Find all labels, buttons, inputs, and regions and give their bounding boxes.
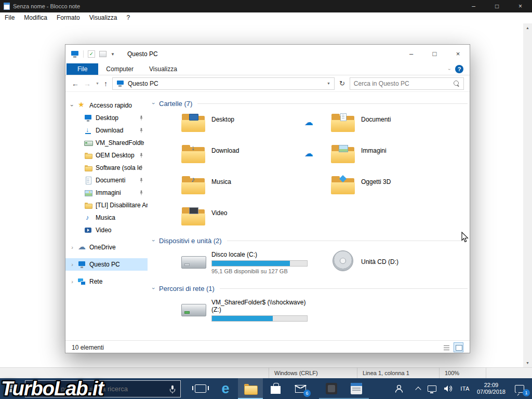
section-header-percorsi-rete[interactable]: › Percorsi di rete (1) [151,282,468,295]
help-icon[interactable]: ? [455,65,463,73]
nav-item-onedrive[interactable]: › OneDrive [65,241,148,254]
nav-item-questo-pc[interactable]: › Questo PC [65,258,148,271]
chevron-down-icon[interactable]: › [69,103,75,108]
notepad-minimize-button[interactable]: – [462,0,485,12]
network-drive-icon [84,139,92,147]
taskbar-edge-button[interactable]: e [213,378,238,399]
folder-tile-documenti[interactable]: Documenti [327,110,470,141]
tab-file[interactable]: File [66,63,98,75]
nav-item-tli[interactable]: [TLI] Disabilitare An [65,199,148,211]
chevron-down-icon: › [151,238,157,243]
address-dropdown-chevron-icon[interactable]: ▼ [327,82,330,85]
tray-volume-button[interactable] [440,378,457,399]
file-explorer-icon [244,384,257,394]
nav-item-download[interactable]: Download [65,124,148,137]
ribbon-tab-strip: File Computer Visualizza › ? [65,63,470,75]
network-drive-z-tile[interactable]: VM_SharedFolder$ (\\shockwave) (Z:) [177,295,327,327]
nav-item-video[interactable]: Video [65,224,148,236]
menu-modifica[interactable]: Modifica [19,12,52,23]
pin-icon [139,153,144,158]
taskbar-app-button-2[interactable] [344,378,369,399]
tab-computer[interactable]: Computer [98,63,141,75]
quick-access-star-icon [78,102,86,109]
section-header-cartelle[interactable]: › Cartelle (7) [151,97,468,110]
menu-file[interactable]: File [0,12,19,23]
tab-visualizza[interactable]: Visualizza [141,63,185,75]
details-view-button[interactable] [441,342,451,352]
folder-tile-download[interactable]: Download ☁ [177,141,327,172]
customize-toolbar-chevron-icon[interactable]: ▼ [111,52,115,57]
tray-network-button[interactable] [424,378,440,399]
history-chevron-icon[interactable]: ▼ [96,82,99,85]
chevron-right-icon[interactable]: › [70,244,75,250]
chevron-right-icon[interactable]: › [70,261,75,268]
nav-item-software[interactable]: Software (sola le [65,162,148,174]
properties-check-icon[interactable]: ✓ [88,50,95,58]
drive-c-tile[interactable]: Disco locale (C:) 95,1 GB disponibili su… [177,247,327,282]
large-icons-view-button[interactable] [454,342,463,352]
tray-language-indicator[interactable]: ITA [457,378,473,399]
taskbar-app-button-1[interactable] [319,378,344,399]
section-rule [220,288,468,289]
explorer-maximize-button[interactable]: □ [423,45,446,63]
folder-tile-musica[interactable]: Musica [177,172,327,203]
forward-button[interactable]: → [84,79,91,88]
folder-tile-oggetti-3d[interactable]: Oggetti 3D [327,172,470,203]
this-pc-icon [116,81,124,87]
notepad-titlebar: Senza nome - Blocco note – □ × [0,0,532,12]
pictures-icon [84,189,92,196]
nav-item-documenti[interactable]: Documenti [65,174,148,187]
cd-drive-tile[interactable]: Unità CD (D:) [327,247,470,282]
up-button[interactable]: ↑ [104,79,108,88]
action-center-button[interactable]: 1 [509,378,530,399]
menu-visualizza[interactable]: Visualizza [85,12,122,23]
expand-ribbon-chevron-icon[interactable]: › [443,69,455,70]
clock-time: 22:09 [477,382,506,389]
nav-item-oem-desktop[interactable]: OEM Desktop [65,149,148,162]
explorer-window-title: Questo PC [127,50,158,58]
explorer-search-input[interactable] [350,80,447,87]
explorer-search-box [350,77,464,90]
folder-tile-desktop[interactable]: Desktop ☁ [177,110,327,141]
notepad-window-controls: – □ × [462,0,532,12]
nav-item-rete[interactable]: › Rete [65,275,148,288]
menu-formato[interactable]: Formato [52,12,85,23]
explorer-close-button[interactable]: × [446,45,470,63]
folder-tile-immagini[interactable]: Immagini [327,141,470,172]
back-button[interactable]: ← [72,79,79,88]
statusbar-encoding: Windows (CRLF) [269,368,357,378]
chevron-right-icon[interactable]: › [70,278,75,285]
notepad-vertical-scrollbar[interactable]: ▲ ▼ [523,23,532,367]
view-toggles [441,342,463,352]
music-icon [84,214,92,221]
breadcrumb[interactable]: Questo PC [128,80,158,87]
pin-icon [139,115,144,121]
tray-clock[interactable]: 22:09 07/09/2018 [473,378,509,399]
nav-item-vm-sharedfolder[interactable]: VM_SharedFolde [65,137,148,149]
section-rule [227,241,468,241]
folder-tile-video[interactable]: Video [177,203,327,234]
nav-item-immagini[interactable]: Immagini [65,187,148,199]
nav-item-quick-access[interactable]: › Accesso rapido [65,99,148,112]
taskbar-store-button[interactable] [263,378,288,399]
address-bar-row: ← → ▼ ↑ Questo PC ▼ ↻ [65,75,470,92]
people-button[interactable] [387,378,411,399]
menu-help[interactable]: ? [122,12,135,23]
tray-expand-button[interactable] [413,378,424,399]
address-bar[interactable]: Questo PC ▼ [112,77,335,90]
items-count: 10 elementi [72,344,104,351]
explorer-minimize-button[interactable]: – [400,45,423,63]
section-header-dispositivi[interactable]: › Dispositivi e unità (2) [151,234,468,247]
explorer-window-controls: – □ × [400,45,470,63]
refresh-button[interactable]: ↻ [339,79,345,87]
taskbar-mail-button[interactable]: 6 [288,378,313,399]
taskbar-file-explorer-button[interactable] [238,378,263,399]
new-folder-icon[interactable] [99,51,107,57]
notepad-maximize-button[interactable]: □ [485,0,509,12]
microphone-icon[interactable] [169,385,176,394]
nav-item-desktop[interactable]: Desktop [65,112,148,124]
toolbar-divider [83,50,84,58]
notepad-close-button[interactable]: × [509,0,532,12]
nav-item-musica[interactable]: Musica [65,211,148,224]
task-view-button[interactable] [188,378,213,399]
